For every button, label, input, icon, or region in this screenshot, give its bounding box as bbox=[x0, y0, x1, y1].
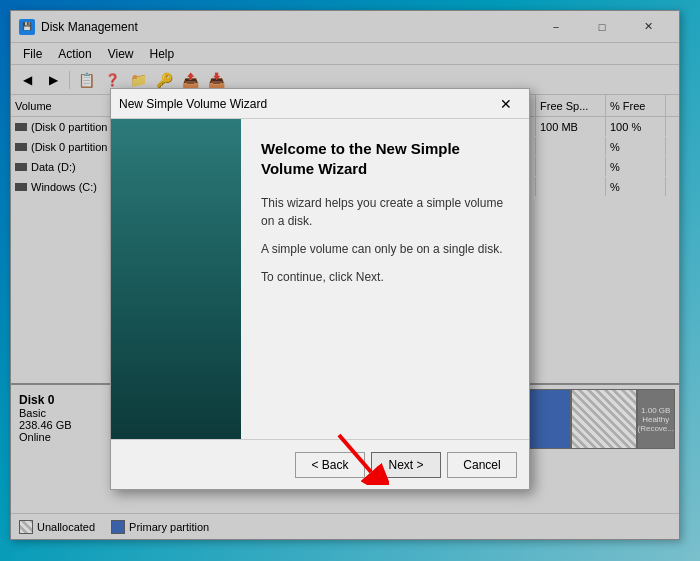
next-button[interactable]: Next > bbox=[371, 452, 441, 478]
dialog-title: New Simple Volume Wizard bbox=[119, 97, 491, 111]
wizard-dialog: New Simple Volume Wizard ✕ Welcome to th… bbox=[110, 88, 530, 490]
dialog-body: Welcome to the New Simple Volume Wizard … bbox=[111, 119, 529, 439]
dialog-footer: < Back Next > Cancel bbox=[111, 439, 529, 489]
dialog-text-3: To continue, click Next. bbox=[261, 268, 509, 286]
dialog-text-1: This wizard helps you create a simple vo… bbox=[261, 194, 509, 230]
dialog-text-2: A simple volume can only be on a single … bbox=[261, 240, 509, 258]
back-button[interactable]: < Back bbox=[295, 452, 365, 478]
dialog-close-button[interactable]: ✕ bbox=[491, 91, 521, 117]
dialog-title-bar: New Simple Volume Wizard ✕ bbox=[111, 89, 529, 119]
cancel-button[interactable]: Cancel bbox=[447, 452, 517, 478]
dialog-heading: Welcome to the New Simple Volume Wizard bbox=[261, 139, 509, 178]
dialog-overlay: New Simple Volume Wizard ✕ Welcome to th… bbox=[0, 0, 700, 561]
dialog-content: Welcome to the New Simple Volume Wizard … bbox=[241, 119, 529, 439]
dialog-sidebar bbox=[111, 119, 241, 439]
